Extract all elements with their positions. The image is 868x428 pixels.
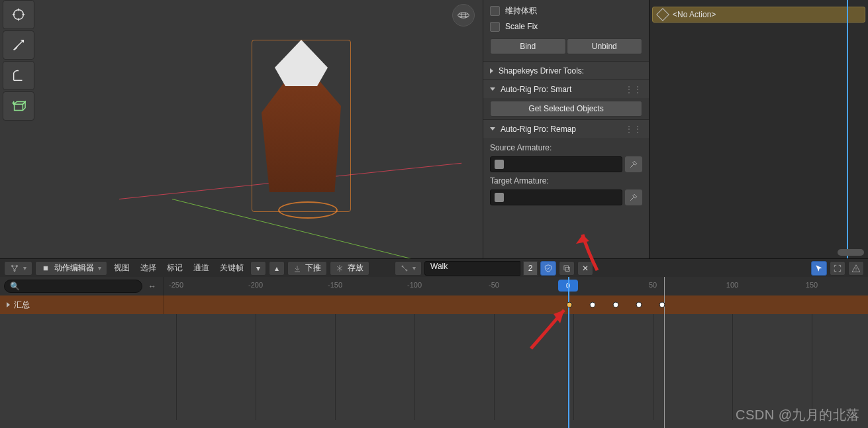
menu-select[interactable]: 选择 [136, 262, 160, 274]
summary-label: 汇总 [14, 299, 30, 311]
shapekeys-tools-header[interactable]: Shapekeys Driver Tools: [483, 61, 649, 80]
measure-tool[interactable] [3, 61, 34, 90]
menu-view[interactable]: 视图 [110, 262, 134, 274]
get-selected-objects-button[interactable]: Get Selected Objects [490, 101, 642, 117]
frame-tick: -200 [248, 281, 263, 289]
grid-floor [0, 0, 483, 258]
shapekeys-label: Shapekeys Driver Tools: [499, 66, 584, 76]
grid-line [732, 314, 733, 420]
funnel-icon: ▾ [256, 264, 260, 273]
viewport-3d[interactable] [0, 0, 483, 258]
playhead-line[interactable] [568, 277, 569, 428]
new-action-button[interactable] [559, 261, 575, 276]
end-frame-line[interactable] [664, 277, 665, 428]
cursor-tool[interactable] [3, 0, 34, 29]
drag-handle-icon[interactable]: ⋮⋮ [625, 125, 642, 134]
arp-remap-header[interactable]: Auto-Rig Pro: Remap⋮⋮ [483, 119, 649, 138]
smart-label: Auto-Rig Pro: Smart [501, 85, 571, 94]
object-icon [495, 193, 504, 202]
add-primitive-tool[interactable] [3, 91, 34, 121]
tool-column [3, 0, 37, 121]
channel-search-input[interactable]: 🔍 [4, 280, 142, 293]
nla-no-action-strip[interactable]: <No Action> [652, 7, 865, 23]
resize-handle-icon[interactable]: ↔ [145, 279, 160, 294]
frame-all-button[interactable] [830, 261, 845, 276]
keyframe-diamond[interactable] [659, 302, 665, 308]
stash-button[interactable]: 存放 [330, 261, 369, 276]
action-name-field[interactable]: Walk [424, 261, 520, 276]
frame-tick: 50 [649, 281, 657, 289]
nla-no-action-label: <No Action> [673, 10, 716, 19]
filter-toggle[interactable]: ▾ [250, 261, 266, 276]
grid-gizmo-icon[interactable] [452, 4, 475, 27]
warning-icon [851, 264, 861, 273]
object-icon [495, 160, 504, 169]
dopesheet-area[interactable] [0, 314, 868, 420]
menu-channel[interactable]: 通道 [189, 262, 213, 274]
frame-tick: -250 [169, 281, 183, 289]
disclosure-icon[interactable] [7, 302, 10, 307]
layer-up-button[interactable]: ▴ [269, 261, 285, 276]
push-down-icon [293, 264, 301, 272]
grid-line [335, 314, 336, 420]
keyframe-icon [401, 264, 409, 272]
grid-line [256, 314, 256, 420]
keyframe-diamond[interactable] [636, 302, 642, 308]
grid-line [494, 314, 495, 420]
bind-button[interactable]: Bind [490, 38, 566, 54]
summary-row[interactable]: 汇总 [0, 295, 868, 314]
shield-icon [544, 264, 553, 273]
annotate-tool[interactable] [3, 30, 34, 60]
nla-scrollbar[interactable] [838, 249, 864, 256]
nla-playhead[interactable] [847, 0, 848, 261]
action-browse[interactable]: ▾ [395, 261, 422, 276]
unlink-action-button[interactable]: ✕ [577, 261, 593, 276]
frame-tick: 150 [806, 281, 818, 289]
grid-line [176, 314, 177, 420]
source-eyedropper[interactable] [625, 156, 642, 172]
svg-point-1 [458, 13, 469, 18]
frame-tick: -150 [328, 281, 342, 289]
chevron-down-icon: ▾ [412, 264, 416, 272]
mode-select[interactable]: 动作编辑器 ▾ [35, 261, 107, 276]
arp-smart-header[interactable]: Auto-Rig Pro: Smart⋮⋮ [483, 80, 649, 98]
menu-key[interactable]: 关键帧 [216, 262, 248, 274]
warning-indicator[interactable] [848, 261, 864, 276]
push-down-button[interactable]: 下推 [287, 261, 327, 276]
frame-ticks[interactable]: -250-200-150-100-500501001500 [164, 277, 868, 295]
scale-fix-checkbox[interactable]: Scale Fix [490, 19, 642, 34]
selection-outline [252, 40, 351, 212]
keyframe-diamond[interactable] [567, 302, 573, 308]
editor-type-select[interactable]: ▾ [4, 261, 32, 276]
frame-icon [833, 264, 842, 273]
grid-line [653, 314, 653, 420]
keyframe-diamond[interactable] [613, 302, 619, 308]
frame-tick: -50 [489, 281, 499, 289]
fake-user-toggle[interactable] [540, 261, 556, 276]
close-icon: ✕ [582, 264, 589, 273]
source-armature-field[interactable] [490, 156, 622, 172]
root-bone-ring[interactable] [278, 201, 338, 219]
nla-editor[interactable]: <No Action> [649, 0, 868, 258]
grid-line [812, 314, 812, 420]
unbind-button[interactable]: Unbind [567, 38, 643, 54]
target-armature-field[interactable] [490, 189, 622, 205]
action-name-value: Walk [430, 262, 448, 271]
scale-fix-label: Scale Fix [505, 22, 538, 31]
maintain-volume-checkbox[interactable]: 维持体积 [490, 3, 642, 19]
cursor-tool-toggle[interactable] [811, 261, 827, 276]
character-mesh[interactable] [252, 40, 351, 212]
timeline-ruler[interactable]: 🔍 ↔ -250-200-150-100-500501001500 [0, 277, 868, 295]
push-label: 下推 [305, 262, 321, 274]
drag-handle-icon[interactable]: ⋮⋮ [625, 85, 642, 94]
keyframe-diamond[interactable] [590, 302, 596, 308]
target-eyedropper[interactable] [625, 189, 642, 205]
svg-rect-9 [565, 267, 569, 271]
frame-tick: -100 [407, 281, 422, 289]
menu-marker[interactable]: 标记 [163, 262, 187, 274]
grid-line [573, 314, 574, 420]
duplicate-icon [562, 264, 571, 273]
side-panel: 维持体积 Scale Fix Bind Unbind Shapekeys Dri… [483, 0, 649, 258]
action-users-button[interactable]: 2 [523, 261, 538, 276]
maintain-volume-label: 维持体积 [505, 5, 537, 17]
